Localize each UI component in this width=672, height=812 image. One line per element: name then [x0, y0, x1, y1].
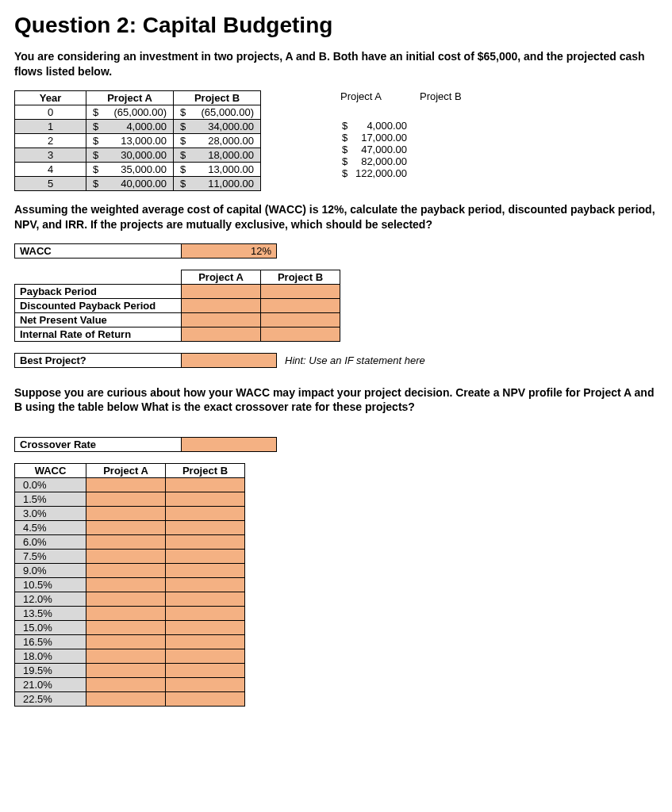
npv-rate: 4.5% [15, 521, 86, 535]
npv-rate: 13.5% [15, 607, 86, 621]
cumulative-row: $4,000.00 [340, 120, 499, 132]
npv-a-cell[interactable] [86, 507, 166, 521]
npv-rate: 9.0% [15, 564, 86, 578]
cf-year: 0 [15, 105, 86, 119]
npv-profile-table: WACC Project A Project B 0.0%1.5%3.0%4.5… [14, 463, 245, 707]
cf-year: 5 [15, 176, 86, 190]
npv-b-cell[interactable] [166, 607, 245, 621]
npv-h-b: Project B [166, 464, 245, 478]
npv-a-cell[interactable] [86, 678, 166, 692]
npv-a-cell[interactable] [86, 564, 166, 578]
metric-label: Net Present Value [15, 312, 182, 327]
metrics-col-a: Project A [182, 270, 261, 284]
npv-a-cell[interactable] [86, 692, 166, 707]
npv-a-cell[interactable] [86, 607, 166, 621]
cf-b: $18,000.00 [174, 147, 261, 162]
npv-a-cell[interactable] [86, 521, 166, 535]
metrics-table: Project A Project B Payback PeriodDiscou… [14, 270, 340, 342]
wacc-label: WACC [15, 243, 182, 258]
npv-rate: 22.5% [15, 692, 86, 707]
cumulative-row: $82,000.00 [340, 155, 499, 167]
npv-b-cell[interactable] [166, 535, 245, 550]
npv-b-cell[interactable] [166, 578, 245, 592]
cf-b: $28,000.00 [174, 133, 261, 147]
cumulative-row: $17,000.00 [340, 132, 499, 144]
npv-a-cell[interactable] [86, 478, 166, 492]
cf-a: $35,000.00 [86, 162, 174, 176]
metric-b-cell[interactable] [261, 327, 340, 341]
cf-b: $13,000.00 [174, 162, 261, 176]
npv-a-cell[interactable] [86, 592, 166, 607]
cf-year: 3 [15, 147, 86, 162]
npv-a-cell[interactable] [86, 664, 166, 678]
npv-h-wacc: WACC [15, 464, 86, 478]
cf-year: 2 [15, 133, 86, 147]
cf-header-b: Project B [174, 90, 261, 105]
npv-b-cell[interactable] [166, 550, 245, 564]
npv-rate: 0.0% [15, 478, 86, 492]
npv-rate: 12.0% [15, 592, 86, 607]
npv-a-cell[interactable] [86, 550, 166, 564]
npv-rate: 19.5% [15, 664, 86, 678]
metric-label: Internal Rate of Return [15, 327, 182, 341]
metric-b-cell[interactable] [261, 312, 340, 327]
npv-rate: 6.0% [15, 535, 86, 550]
cf-a: $30,000.00 [86, 147, 174, 162]
npv-b-cell[interactable] [166, 621, 245, 635]
npv-a-cell[interactable] [86, 649, 166, 664]
cumulative-calc: Project A Project B $4,000.00$17,000.00$… [340, 90, 499, 179]
npv-b-cell[interactable] [166, 664, 245, 678]
npv-a-cell[interactable] [86, 621, 166, 635]
npv-rate: 1.5% [15, 492, 86, 507]
crossover-table: Crossover Rate [14, 437, 277, 452]
metric-a-cell[interactable] [182, 312, 261, 327]
npv-b-cell[interactable] [166, 507, 245, 521]
cf-year: 4 [15, 162, 86, 176]
crossover-label: Crossover Rate [15, 438, 182, 452]
metric-label: Payback Period [15, 284, 182, 298]
cf-a: $40,000.00 [86, 176, 174, 190]
npv-rate: 16.5% [15, 635, 86, 649]
cumulative-row: $47,000.00 [340, 144, 499, 155]
npv-rate: 21.0% [15, 678, 86, 692]
cf-a: $4,000.00 [86, 119, 174, 133]
crossover-value-cell[interactable] [182, 438, 277, 452]
npv-b-cell[interactable] [166, 649, 245, 664]
cf-b: $34,000.00 [174, 119, 261, 133]
npv-b-cell[interactable] [166, 478, 245, 492]
metric-b-cell[interactable] [261, 298, 340, 312]
metric-b-cell[interactable] [261, 284, 340, 298]
best-value-cell[interactable] [182, 353, 277, 367]
question-text-1: Assuming the weighted average cost of ca… [14, 202, 658, 232]
cf-a: $13,000.00 [86, 133, 174, 147]
metric-a-cell[interactable] [182, 284, 261, 298]
npv-b-cell[interactable] [166, 564, 245, 578]
npv-b-cell[interactable] [166, 592, 245, 607]
npv-rate: 7.5% [15, 550, 86, 564]
metric-label: Discounted Payback Period [15, 298, 182, 312]
npv-b-cell[interactable] [166, 492, 245, 507]
npv-a-cell[interactable] [86, 635, 166, 649]
npv-b-cell[interactable] [166, 678, 245, 692]
cf-b: $(65,000.00) [174, 105, 261, 119]
cf-b: $11,000.00 [174, 176, 261, 190]
cf-year: 1 [15, 119, 86, 133]
npv-b-cell[interactable] [166, 692, 245, 707]
best-project-table: Best Project? [14, 353, 277, 368]
metric-a-cell[interactable] [182, 298, 261, 312]
npv-b-cell[interactable] [166, 635, 245, 649]
metric-a-cell[interactable] [182, 327, 261, 341]
npv-b-cell[interactable] [166, 521, 245, 535]
page-title: Question 2: Capital Budgeting [14, 13, 658, 38]
wacc-value-cell[interactable]: 12% [182, 243, 277, 258]
npv-a-cell[interactable] [86, 492, 166, 507]
metrics-col-b: Project B [261, 270, 340, 284]
wacc-table: WACC 12% [14, 243, 277, 259]
npv-a-cell[interactable] [86, 578, 166, 592]
npv-a-cell[interactable] [86, 535, 166, 550]
best-label: Best Project? [15, 353, 182, 367]
cumulative-row: $122,000.00 [340, 167, 499, 179]
question-text-2: Suppose you are curious about how your W… [14, 385, 658, 416]
cashflow-table: Year Project A Project B 0$(65,000.00)$(… [14, 90, 261, 191]
npv-rate: 18.0% [15, 649, 86, 664]
